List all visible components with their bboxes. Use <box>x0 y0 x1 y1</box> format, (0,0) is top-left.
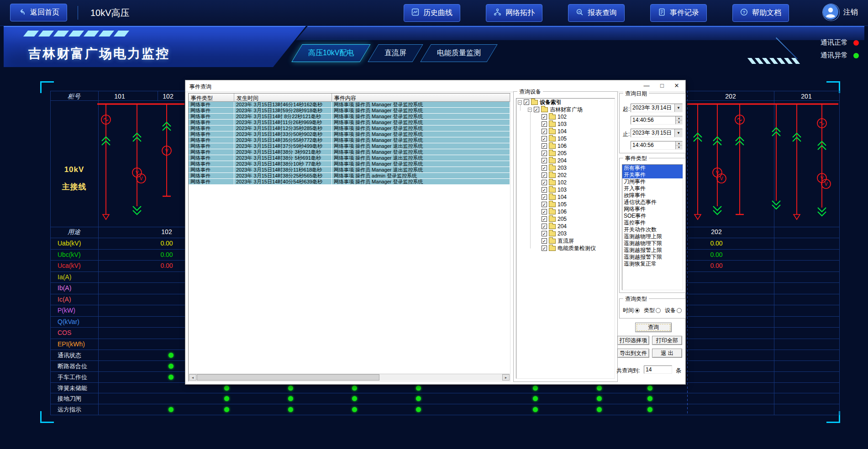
event-type-option-通信状态事件[interactable]: 通信状态事件 <box>622 199 683 206</box>
event-type-option-网络事件[interactable]: 网络事件 <box>622 206 683 213</box>
event-type-option-遥测越报警上限[interactable]: 遥测越报警上限 <box>622 247 683 254</box>
table-row[interactable]: 网络事件2023年 3月15日14时38分 5秒691毫秒网络事项 操作员 Ma… <box>189 155 510 161</box>
nav-button-帮助文档[interactable]: ?帮助文档 <box>732 4 789 22</box>
tree-item-204[interactable]: ✓204 <box>516 157 615 164</box>
event-type-option-遥测恢复正常[interactable]: 遥测恢复正常 <box>622 261 683 267</box>
device-tree[interactable]: −✓设备索引−✓吉林财富广场✓102✓103✓104✓105✓106✓205✓2… <box>516 98 615 379</box>
event-type-option-遥测越物理下限[interactable]: 遥测越物理下限 <box>622 240 683 247</box>
table-row[interactable]: 网络事件2023年 3月15日14时40分54秒639毫秒网络事项 操作员 Ma… <box>189 179 510 185</box>
from-date-select[interactable]: 2023年 3月14日 ▼ <box>631 104 683 112</box>
spinner-icon[interactable]: ▲▼ <box>675 141 682 149</box>
nav-button-报表查询[interactable]: 报表查询 <box>568 4 625 22</box>
tree-item-202[interactable]: ✓202 <box>516 172 615 179</box>
tree-item-103[interactable]: ✓103 <box>516 120 615 128</box>
close-button[interactable]: ✕ <box>672 82 682 89</box>
dialog-titlebar[interactable]: 事件查询 — □ ✕ <box>185 80 685 92</box>
event-type-option-故障事件[interactable]: 故障事件 <box>622 192 683 199</box>
column-header-发生时间[interactable]: 发生时间 <box>234 94 332 101</box>
checkbox-checked-icon[interactable]: ✓ <box>542 216 547 222</box>
tab-电能质量监测[interactable]: 电能质量监测 <box>421 44 498 62</box>
event-type-option-开入事件[interactable]: 开入事件 <box>622 185 683 192</box>
event-table[interactable]: 事件类型发生时间事件内容 网络事件2023年 3月15日13时46分14秒162… <box>188 93 510 381</box>
table-row[interactable]: 网络事件2023年 3月15日14时37分59秒499毫秒网络事项 操作员 Ma… <box>189 143 510 149</box>
tree-item-105[interactable]: ✓105 <box>516 201 615 208</box>
checkbox-checked-icon[interactable]: ✓ <box>542 172 547 178</box>
checkbox-checked-icon[interactable]: ✓ <box>542 180 547 185</box>
to-date-select[interactable]: 2023年 3月15日 ▼ <box>631 129 683 137</box>
checkbox-checked-icon[interactable]: ✓ <box>534 107 539 112</box>
logout-button[interactable]: 注销 <box>843 8 858 17</box>
nav-button-事件记录[interactable]: 事件记录 <box>650 4 707 22</box>
checkbox-checked-icon[interactable]: ✓ <box>542 238 547 244</box>
event-type-option-开关事件[interactable]: 开关事件 <box>622 172 683 178</box>
user-avatar[interactable] <box>823 4 839 21</box>
checkbox-checked-icon[interactable]: ✓ <box>542 165 547 171</box>
checkbox-checked-icon[interactable]: ✓ <box>542 114 547 120</box>
radio-icon[interactable] <box>656 308 661 313</box>
tree-expander-icon[interactable]: − <box>518 100 522 104</box>
table-row[interactable]: 网络事件2023年 3月15日14时35分55秒772毫秒网络事项 操作员 Ma… <box>189 137 510 143</box>
event-type-option-所有事件[interactable]: 所有事件 <box>622 165 683 172</box>
event-type-option-开关动作次数[interactable]: 开关动作次数 <box>622 226 683 233</box>
table-row[interactable]: 网络事件2023年 3月15日14时 8分22秒121毫秒网络事项 操作员 Ma… <box>189 114 510 120</box>
radio-option-类型[interactable]: 类型 <box>644 307 661 314</box>
table-row[interactable]: 网络事件2023年 3月15日14时33分50秒902毫秒网络事项 操作员 Ma… <box>189 131 510 137</box>
tree-item-104[interactable]: ✓104 <box>516 193 615 201</box>
column-header-事件类型[interactable]: 事件类型 <box>189 94 234 101</box>
checkbox-checked-icon[interactable]: ✓ <box>542 136 547 141</box>
radio-option-时间[interactable]: 时间 <box>623 307 640 314</box>
checkbox-checked-icon[interactable]: ✓ <box>542 224 547 229</box>
event-type-option-遥测越物理上限[interactable]: 遥测越物理上限 <box>622 233 683 240</box>
checkbox-checked-icon[interactable]: ✓ <box>542 129 547 134</box>
tree-item-204[interactable]: ✓204 <box>516 223 615 230</box>
checkbox-checked-icon[interactable]: ✓ <box>542 143 547 149</box>
checkbox-checked-icon[interactable]: ✓ <box>542 231 547 236</box>
maximize-button[interactable]: □ <box>657 82 667 89</box>
event-type-option-SOE事件[interactable]: SOE事件 <box>622 213 683 219</box>
from-time-input[interactable]: 14:40:56 ▲▼ <box>631 116 683 125</box>
tree-item-205[interactable]: ✓205 <box>516 150 615 157</box>
tree-item-104[interactable]: ✓104 <box>516 128 615 135</box>
scroll-right-button[interactable]: ► <box>502 374 510 381</box>
table-row[interactable]: 网络事件2023年 3月15日14时38分10秒 77毫秒网络事项 操作员 Ma… <box>189 161 510 167</box>
exit-button[interactable]: 退 出 <box>652 349 682 358</box>
dropdown-arrow-icon[interactable]: ▼ <box>674 129 682 137</box>
table-row[interactable]: 网络事件2023年 3月15日14时38分11秒618毫秒网络事项 操作员 Ma… <box>189 167 510 173</box>
checkbox-checked-icon[interactable]: ✓ <box>542 187 547 193</box>
scrollbar-thumb[interactable] <box>197 374 379 381</box>
tree-item-102[interactable]: ✓102 <box>516 179 615 186</box>
horizontal-scrollbar[interactable]: ◄ ► <box>189 374 510 381</box>
checkbox-checked-icon[interactable]: ✓ <box>542 202 547 207</box>
checkbox-checked-icon[interactable]: ✓ <box>542 194 547 200</box>
checkbox-checked-icon[interactable]: ✓ <box>542 209 547 214</box>
radio-icon[interactable] <box>677 308 682 313</box>
checkbox-checked-icon[interactable]: ✓ <box>542 245 547 251</box>
tree-item-203[interactable]: ✓203 <box>516 164 615 172</box>
checkbox-checked-icon[interactable]: ✓ <box>524 99 529 105</box>
tree-item-直流屏[interactable]: ✓直流屏 <box>516 237 615 245</box>
nav-button-历史曲线[interactable]: 历史曲线 <box>404 4 460 22</box>
checkbox-checked-icon[interactable]: ✓ <box>542 158 547 163</box>
table-row[interactable]: 网络事件2023年 3月15日14时12分35秒285毫秒网络事项 操作员 Ma… <box>189 125 510 131</box>
checkbox-checked-icon[interactable]: ✓ <box>542 121 547 127</box>
print-selected-button[interactable]: 打印选择项 <box>617 336 649 345</box>
tree-item-203[interactable]: ✓203 <box>516 230 615 237</box>
query-button[interactable]: 查询 <box>635 323 672 332</box>
result-count-field[interactable]: 14 <box>644 365 672 374</box>
tree-item-106[interactable]: ✓106 <box>516 208 615 215</box>
tree-item-设备索引[interactable]: −✓设备索引 <box>516 99 615 106</box>
table-row[interactable]: 网络事件2023年 3月15日13时59分28秒918毫秒网络事项 操作员 Ma… <box>189 108 510 114</box>
radio-option-设备[interactable]: 设备 <box>665 307 682 314</box>
minimize-button[interactable]: — <box>642 82 652 89</box>
export-button[interactable]: 导出到文件 <box>617 349 649 358</box>
back-home-button[interactable]: 返回首页 <box>10 4 67 21</box>
tab-高压10kV配电[interactable]: 高压10kV配电 <box>291 44 371 62</box>
tree-item-103[interactable]: ✓103 <box>516 186 615 193</box>
tree-item-电能质量检测仪[interactable]: ✓电能质量检测仪 <box>516 245 615 252</box>
table-row[interactable]: 网络事件2023年 3月15日14时38分25秒565毫秒网络事项 操作员 ad… <box>189 173 510 179</box>
event-type-option-遥控事件[interactable]: 遥控事件 <box>622 219 683 226</box>
column-header-事件内容[interactable]: 事件内容 <box>332 94 510 101</box>
event-type-option-刀闸事件[interactable]: 刀闸事件 <box>622 178 683 185</box>
tree-expander-icon[interactable]: − <box>528 108 532 112</box>
scroll-left-button[interactable]: ◄ <box>189 374 196 381</box>
